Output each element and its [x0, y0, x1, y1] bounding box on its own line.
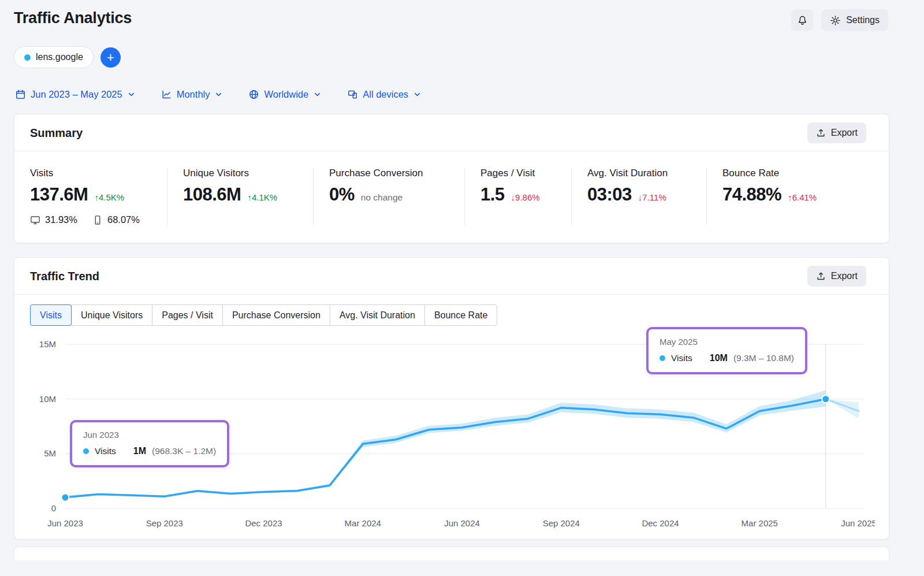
domain-chip[interactable]: lens.google: [14, 46, 94, 68]
metric-bounce-rate: Bounce Rate 74.88% ↑6.41%: [706, 168, 889, 225]
metric-value: 0%: [329, 184, 355, 205]
tab-visits[interactable]: Visits: [30, 304, 72, 326]
granularity-filter[interactable]: Monthly: [161, 89, 223, 100]
date-range-label: Jun 2023 – May 2025: [31, 89, 122, 100]
tab-purchase-conversion[interactable]: Purchase Conversion: [222, 304, 330, 326]
series-dot: [660, 355, 665, 361]
tab-unique-visitors[interactable]: Unique Visitors: [71, 304, 152, 326]
tooltip-range: (9.3M – 10.8M): [733, 353, 794, 363]
tooltip-value: 1M: [133, 446, 146, 456]
trend-export-label: Export: [831, 271, 858, 281]
svg-text:Sep 2023: Sep 2023: [146, 518, 183, 528]
metric-label: Visits: [30, 168, 157, 179]
svg-text:Jun 2023: Jun 2023: [47, 518, 83, 528]
svg-text:Mar 2025: Mar 2025: [742, 518, 778, 528]
summary-card: Summary Export Visits 137.6M ↑4.5K% 31.9…: [14, 114, 889, 243]
notifications-button[interactable]: [791, 9, 813, 31]
region-filter[interactable]: Worldwide: [248, 89, 322, 100]
svg-text:Sep 2024: Sep 2024: [543, 518, 580, 528]
metric-value: 74.88%: [722, 184, 781, 205]
tab-bounce-rate[interactable]: Bounce Rate: [424, 304, 498, 326]
summary-export-label: Export: [831, 128, 858, 138]
metric-delta: ↓9.86%: [511, 192, 540, 202]
chevron-down-icon: [214, 90, 223, 99]
metric-delta: ↑4.5K%: [94, 192, 124, 202]
chevron-down-icon: [413, 90, 422, 99]
metric-delta: no change: [361, 192, 403, 203]
traffic-trend-card: Traffic Trend Export Visits Unique Visit…: [14, 257, 889, 540]
metric-delta: ↓7.11%: [638, 192, 666, 202]
svg-text:Mar 2024: Mar 2024: [345, 518, 381, 528]
svg-text:5M: 5M: [44, 448, 56, 458]
metric-pages-per-visit: Pages / Visit 1.5 ↓9.86%: [464, 168, 571, 225]
metric-avg-visit-duration: Avg. Visit Duration 03:03 ↓7.11%: [571, 168, 706, 225]
svg-text:Jun 2025: Jun 2025: [841, 518, 875, 528]
metric-purchase-conversion: Purchase Conversion 0% no change: [313, 168, 464, 225]
device-split: 31.93% 68.07%: [30, 214, 157, 225]
region-label: Worldwide: [264, 89, 308, 100]
gear-icon: [830, 15, 841, 26]
devices-label: All devices: [363, 89, 408, 100]
bell-icon: [797, 15, 808, 26]
tooltip-date: Jun 2023: [83, 430, 216, 440]
line-chart-icon: [161, 89, 172, 100]
metric-value: 03:03: [587, 184, 632, 205]
desktop-share: 31.93%: [30, 214, 77, 225]
metric-unique-visitors: Unique Visitors 108.6M ↑4.1K%: [167, 168, 313, 225]
settings-button[interactable]: Settings: [821, 9, 888, 31]
metric-delta: ↑6.41%: [788, 192, 817, 202]
summary-metrics: Visits 137.6M ↑4.5K% 31.93% 68.07%: [14, 151, 889, 243]
devices-icon: [347, 89, 358, 100]
tab-pages-per-visit[interactable]: Pages / Visit: [152, 304, 223, 326]
export-icon: [816, 272, 826, 281]
mobile-icon: [92, 215, 103, 225]
granularity-label: Monthly: [177, 89, 210, 100]
trend-metric-tabs: Visits Unique Visitors Pages / Visit Pur…: [30, 304, 889, 326]
calendar-icon: [15, 89, 26, 100]
domain-chip-label: lens.google: [36, 52, 83, 62]
devices-filter[interactable]: All devices: [347, 89, 422, 100]
desktop-icon: [30, 215, 40, 225]
tooltip-value: 10M: [710, 353, 728, 363]
trend-card-header: Traffic Trend Export: [14, 258, 889, 295]
metric-label: Unique Visitors: [183, 168, 303, 179]
metric-label: Avg. Visit Duration: [587, 168, 696, 179]
summary-card-header: Summary Export: [14, 114, 889, 151]
svg-text:Dec 2023: Dec 2023: [245, 518, 282, 528]
mobile-share-value: 68.07%: [107, 214, 140, 225]
add-competitor-button[interactable]: +: [100, 47, 121, 68]
svg-text:15M: 15M: [39, 339, 56, 349]
metric-value: 1.5: [480, 184, 505, 205]
metric-label: Purchase Conversion: [329, 168, 454, 179]
filter-bar: Jun 2023 – May 2025 Monthly Worldwide Al…: [15, 89, 924, 100]
svg-text:Dec 2024: Dec 2024: [642, 518, 679, 528]
desktop-share-value: 31.93%: [45, 214, 77, 225]
header-actions: Settings: [791, 9, 888, 31]
chevron-down-icon: [127, 90, 136, 99]
settings-label: Settings: [846, 15, 880, 25]
metric-value: 108.6M: [183, 184, 241, 205]
svg-text:Jun 2024: Jun 2024: [444, 518, 480, 528]
tooltip-series: Visits: [95, 446, 116, 456]
mobile-share: 68.07%: [92, 214, 140, 225]
summary-export-button[interactable]: Export: [807, 122, 866, 143]
metric-visits: Visits 137.6M ↑4.5K% 31.93% 68.07%: [14, 168, 167, 225]
tooltip-date: May 2025: [660, 337, 794, 347]
tooltip-range: (968.3K – 1.2M): [152, 446, 216, 456]
trend-title: Traffic Trend: [30, 270, 99, 283]
date-range-filter[interactable]: Jun 2023 – May 2025: [15, 89, 136, 100]
metric-label: Bounce Rate: [722, 168, 878, 179]
chart-tooltip-jun-2023: Jun 2023 Visits 1M (968.3K – 1.2M): [70, 420, 229, 467]
trend-export-button[interactable]: Export: [807, 266, 866, 287]
page-title: Traffic Analytics: [14, 9, 132, 27]
svg-text:10M: 10M: [39, 394, 56, 404]
chart-tooltip-may-2025: May 2025 Visits 10M (9.3M – 10.8M): [646, 327, 807, 374]
export-icon: [816, 128, 826, 138]
series-dot: [83, 448, 89, 454]
tab-avg-visit-duration[interactable]: Avg. Visit Duration: [330, 304, 425, 326]
metric-label: Pages / Visit: [480, 168, 561, 179]
chevron-down-icon: [313, 90, 322, 99]
metric-delta: ↑4.1K%: [247, 192, 277, 202]
summary-title: Summary: [30, 127, 83, 140]
page-header: Traffic Analytics Settings: [0, 0, 924, 31]
